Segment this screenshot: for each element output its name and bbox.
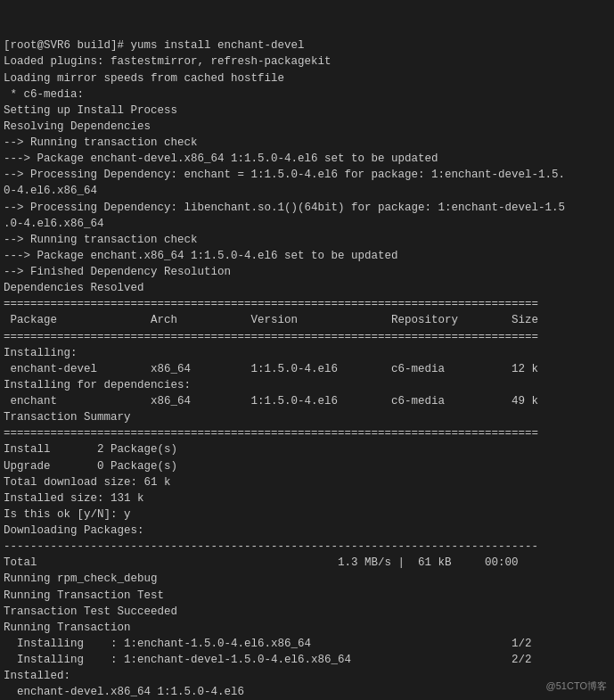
watermark: @51CTO博客 bbox=[546, 679, 607, 693]
terminal-line: Installing : 1:enchant-1.5.0-4.el6.x86_6… bbox=[4, 636, 610, 652]
terminal-line: --> Processing Dependency: enchant = 1:1… bbox=[4, 167, 610, 183]
terminal-line: --> Processing Dependency: libenchant.so… bbox=[4, 200, 610, 216]
terminal-line: Total download size: 61 k bbox=[4, 474, 610, 490]
terminal-line: Installed size: 131 k bbox=[4, 490, 610, 506]
terminal-line: Transaction Test Succeeded bbox=[4, 604, 610, 620]
terminal-line: Running Transaction bbox=[4, 620, 610, 636]
terminal-line: Install 2 Package(s) bbox=[4, 441, 610, 457]
terminal-line: Is this ok [y/N]: y bbox=[4, 506, 610, 523]
terminal-line: Installing : 1:enchant-devel-1.5.0-4.el6… bbox=[4, 652, 610, 668]
terminal-line: ----------------------------------------… bbox=[4, 539, 610, 555]
terminal-line: ========================================… bbox=[4, 296, 610, 312]
terminal-line: Installed: bbox=[4, 668, 610, 684]
terminal-line: Setting up Install Process bbox=[4, 103, 610, 119]
terminal-line: Dependencies Resolved bbox=[4, 280, 610, 296]
terminal-line: Installing for dependencies: bbox=[4, 377, 610, 393]
terminal-line: Running Transaction Test bbox=[4, 588, 610, 604]
terminal-line: [root@SVR6 build]# yums install enchant-… bbox=[4, 37, 610, 54]
terminal-line: --> Running transaction check bbox=[4, 135, 610, 151]
terminal-line: enchant-devel x86_64 1:1.5.0-4.el6 c6-me… bbox=[4, 361, 610, 377]
terminal-line: --> Finished Dependency Resolution bbox=[4, 264, 610, 280]
terminal-output: [root@SVR6 build]# yums install enchant-… bbox=[4, 5, 610, 700]
terminal-line: ---> Package enchant-devel.x86_64 1:1.5.… bbox=[4, 151, 610, 167]
terminal-line: ---> Package enchant.x86_64 1:1.5.0-4.el… bbox=[4, 248, 610, 264]
terminal-line: Downloading Packages: bbox=[4, 523, 610, 539]
terminal-line: Total 1.3 MB/s | 61 kB 00:00 bbox=[4, 555, 610, 571]
terminal-window: [root@SVR6 build]# yums install enchant-… bbox=[0, 0, 614, 700]
terminal-line: .0-4.el6.x86_64 bbox=[4, 216, 610, 232]
terminal-line: enchant-devel.x86_64 1:1.5.0-4.el6 bbox=[4, 684, 610, 700]
terminal-line: Loading mirror speeds from cached hostfi… bbox=[4, 70, 610, 86]
terminal-line: enchant x86_64 1:1.5.0-4.el6 c6-media 49… bbox=[4, 393, 610, 409]
terminal-line: --> Running transaction check bbox=[4, 232, 610, 248]
terminal-line: 0-4.el6.x86_64 bbox=[4, 183, 610, 199]
terminal-line: Installing: bbox=[4, 345, 610, 361]
terminal-line: ========================================… bbox=[4, 329, 610, 345]
terminal-line: ========================================… bbox=[4, 425, 610, 441]
terminal-line: * c6-media: bbox=[4, 86, 610, 103]
terminal-line: Running rpm_check_debug bbox=[4, 571, 610, 587]
terminal-line: Package Arch Version Repository Size bbox=[4, 312, 610, 328]
terminal-line: Resolving Dependencies bbox=[4, 119, 610, 135]
terminal-line: Upgrade 0 Package(s) bbox=[4, 458, 610, 474]
terminal-line: Transaction Summary bbox=[4, 409, 610, 425]
terminal-line: Loaded plugins: fastestmirror, refresh-p… bbox=[4, 54, 610, 70]
